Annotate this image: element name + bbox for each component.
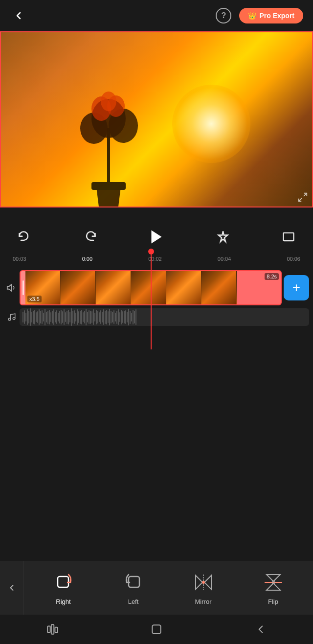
nav-back-icon (254, 623, 267, 636)
ruler-timestamps: 00:03 0:00 00:02 00:04 00:06 (5, 256, 308, 262)
nav-recents-button[interactable] (43, 620, 62, 639)
video-track-row: x3.5 8.2s + (0, 270, 313, 305)
video-preview-inner (1, 32, 312, 207)
timestamp-4: 00:04 (218, 256, 231, 262)
recents-icon (46, 623, 59, 636)
audio-track-row (0, 308, 313, 326)
pro-export-label: Pro Export (259, 12, 294, 20)
plant-silhouette (60, 69, 157, 207)
play-icon (148, 228, 165, 246)
timestamp-2: 00:02 (148, 256, 162, 262)
add-clip-icon: + (292, 281, 300, 295)
video-track[interactable]: x3.5 8.2s (20, 270, 282, 305)
header: ? 👑 Pro Export (0, 0, 313, 31)
film-frame (131, 271, 166, 304)
crown-icon: 👑 (248, 12, 256, 20)
svg-marker-22 (267, 575, 280, 581)
rotate-right-label: Right (56, 598, 70, 605)
audio-note-icon (4, 310, 20, 324)
svg-point-7 (101, 92, 116, 111)
magic-button[interactable] (213, 227, 233, 247)
waveform (22, 308, 306, 326)
rotate-right-icon-container (52, 571, 75, 594)
pro-export-button[interactable]: 👑 Pro Export (239, 8, 303, 23)
dark-space (0, 330, 313, 428)
toolbar-item-flip[interactable]: Flip (254, 571, 293, 605)
redo-button[interactable] (80, 227, 100, 247)
svg-marker-19 (204, 575, 211, 589)
svg-marker-10 (152, 230, 162, 244)
film-frame (96, 271, 131, 304)
help-button[interactable]: ? (216, 8, 231, 23)
svg-marker-18 (196, 575, 202, 589)
svg-line-9 (299, 198, 302, 201)
magic-icon (216, 230, 230, 244)
svg-rect-0 (91, 182, 126, 190)
svg-point-15 (13, 318, 15, 320)
add-clip-button[interactable]: + (284, 275, 309, 300)
volume-button[interactable] (4, 280, 20, 296)
toolbar-items: Right Left (23, 561, 313, 615)
flip-icon (262, 571, 285, 594)
toolbar-item-right[interactable]: Right (44, 571, 83, 605)
svg-marker-11 (219, 231, 228, 242)
flip-label: Flip (268, 598, 278, 605)
svg-marker-13 (7, 285, 11, 291)
svg-rect-29 (55, 627, 57, 633)
film-frame (61, 271, 96, 304)
fullscreen-button[interactable] (279, 227, 298, 247)
timestamp-0: 0:00 (82, 256, 92, 262)
nav-back-button[interactable] (251, 620, 270, 639)
toolbar-collapse-button[interactable] (0, 561, 23, 615)
audio-track[interactable] (20, 308, 309, 326)
music-icon (7, 313, 16, 322)
timestamp-minus3: 00:03 (13, 256, 26, 262)
svg-marker-23 (267, 583, 280, 590)
fullscreen-icon (282, 230, 295, 244)
svg-point-14 (8, 318, 11, 321)
toolbar-item-mirror[interactable]: Mirror (184, 571, 223, 605)
system-nav (0, 615, 313, 644)
redo-icon (83, 230, 97, 244)
mirror-label: Mirror (195, 598, 212, 605)
back-arrow-icon (13, 10, 24, 22)
timeline-area: x3.5 8.2s + (0, 266, 313, 330)
rotate-left-icon-container (122, 571, 145, 594)
speed-badge: x3.5 (27, 296, 42, 302)
volume-icon (6, 282, 17, 293)
track-handle-bar (22, 280, 24, 295)
mirror-icon (192, 571, 215, 594)
toolbar-item-left[interactable]: Left (114, 571, 153, 605)
back-button[interactable] (10, 7, 27, 24)
svg-point-21 (202, 581, 205, 584)
film-frame (201, 271, 237, 304)
svg-line-8 (304, 193, 307, 196)
bottom-toolbar: Right Left (0, 561, 313, 615)
svg-rect-12 (284, 233, 294, 241)
undo-icon (18, 230, 31, 244)
svg-rect-16 (58, 576, 68, 587)
play-button[interactable] (146, 226, 167, 248)
track-handle-left[interactable] (21, 271, 25, 304)
home-icon (150, 623, 163, 636)
header-actions: ? 👑 Pro Export (216, 8, 303, 23)
svg-rect-17 (129, 576, 139, 587)
video-preview (0, 31, 313, 207)
film-frame (166, 271, 201, 304)
collapse-icon (7, 583, 17, 593)
rotate-left-icon (122, 571, 145, 594)
timeline-ruler: 00:03 0:00 00:02 00:04 00:06 (0, 252, 313, 266)
svg-rect-27 (47, 626, 50, 633)
flip-icon-container (262, 571, 285, 594)
rotate-left-label: Left (128, 598, 139, 605)
svg-rect-30 (152, 625, 160, 633)
timeline-wrapper: 00:03 0:00 00:02 00:04 00:06 (0, 252, 313, 330)
timestamp-6: 00:06 (287, 256, 300, 262)
preview-spacer (0, 207, 313, 222)
help-icon: ? (222, 11, 226, 20)
nav-home-button[interactable] (147, 620, 166, 639)
svg-rect-28 (51, 624, 53, 634)
undo-button[interactable] (15, 227, 34, 247)
expand-icon[interactable] (297, 192, 308, 203)
mirror-icon-container (192, 571, 215, 594)
